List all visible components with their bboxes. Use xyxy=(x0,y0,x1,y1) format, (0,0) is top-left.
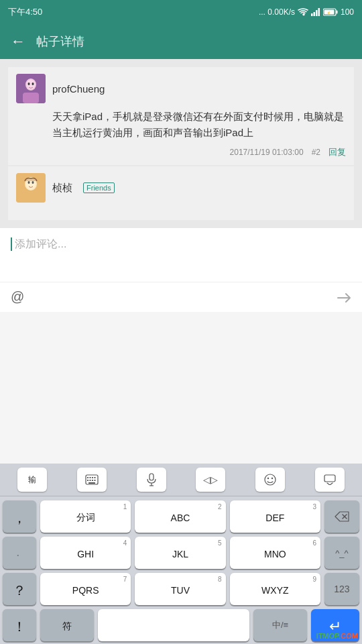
ime-cursor-btn[interactable]: ◁▷ xyxy=(196,468,225,492)
key-abc[interactable]: 2 ABC xyxy=(135,500,225,533)
app-header: ← 帖子详情 xyxy=(0,24,362,59)
battery-icon: ⚡ xyxy=(323,8,338,16)
ime-input-btn[interactable]: 输 xyxy=(17,468,47,492)
svg-rect-10 xyxy=(23,93,39,103)
at-button[interactable]: @ xyxy=(11,289,24,305)
post-item-2: 桢桢 Friends xyxy=(8,166,354,220)
ime-toolbar: 输 ◁▷ xyxy=(0,464,362,496)
key-row-1: ， 1 分词 2 ABC 3 DEF xyxy=(3,500,359,533)
svg-rect-0 xyxy=(311,13,313,16)
username-1: profChueng xyxy=(52,83,105,95)
key-period[interactable]: 。 xyxy=(3,537,36,569)
key-pqrs[interactable]: 7 PQRS xyxy=(40,573,131,605)
key-mno[interactable]: 6 MNO xyxy=(230,537,320,569)
key-space[interactable] xyxy=(98,609,249,641)
svg-rect-2 xyxy=(316,10,318,16)
network-speed: ... 0.00K/s xyxy=(259,7,295,17)
svg-rect-27 xyxy=(94,480,95,481)
svg-rect-22 xyxy=(92,477,93,478)
key-row-3: ？ 7 PQRS 8 TUV 9 WXYZ 123 xyxy=(3,573,359,605)
comment-input[interactable]: 添加评论... xyxy=(11,237,351,252)
comment-placeholder: 添加评论... xyxy=(15,237,66,252)
key-123[interactable]: 123 xyxy=(324,573,359,605)
key-wxyz[interactable]: 9 WXYZ xyxy=(230,573,320,605)
key-ghi[interactable]: 4 GHI xyxy=(40,537,131,569)
svg-point-13 xyxy=(32,83,34,85)
ime-keyboard-btn[interactable] xyxy=(77,468,107,492)
page-title: 帖子详情 xyxy=(36,34,84,50)
status-time: 下午4:50 xyxy=(8,6,42,18)
post-header-2: 桢桢 Friends xyxy=(16,173,346,203)
post-num-1: #2 xyxy=(312,148,320,157)
svg-point-33 xyxy=(267,478,269,479)
content-area: profChueng 天天拿iPad，手机就是登录微信还有在外面支付时候用，电脑… xyxy=(0,59,362,228)
ime-emoji-btn[interactable] xyxy=(255,468,285,492)
keyboard: 输 ◁▷ xyxy=(0,464,362,644)
svg-point-32 xyxy=(265,474,276,485)
key-jkl[interactable]: 5 JKL xyxy=(135,537,225,569)
svg-point-12 xyxy=(28,83,30,85)
wifi-icon xyxy=(298,8,308,16)
post-header-1: profChueng xyxy=(16,74,346,103)
post-datetime-1: 2017/11/19 01:03:00 xyxy=(230,148,304,157)
svg-rect-28 xyxy=(88,482,95,484)
key-def[interactable]: 3 DEF xyxy=(230,500,320,533)
svg-rect-21 xyxy=(89,477,90,478)
svg-text:⚡: ⚡ xyxy=(326,11,331,15)
key-comma[interactable]: ， xyxy=(3,500,36,533)
backspace-icon xyxy=(334,511,350,523)
svg-rect-20 xyxy=(87,477,88,478)
svg-rect-25 xyxy=(89,480,90,481)
status-right: ... 0.00K/s ⚡ 100 xyxy=(259,7,354,17)
svg-point-18 xyxy=(32,181,34,184)
svg-rect-1 xyxy=(313,12,315,16)
key-question[interactable]: ？ xyxy=(3,573,36,605)
svg-rect-3 xyxy=(318,8,320,16)
username-2: 桢桢 xyxy=(52,182,72,195)
svg-rect-29 xyxy=(149,474,154,480)
key-symbol[interactable]: 符 xyxy=(40,609,94,641)
battery-percent: 100 xyxy=(341,7,354,17)
key-tuv[interactable]: 8 TUV xyxy=(135,573,225,605)
post-footer-1: 2017/11/19 01:03:00 #2 回复 xyxy=(16,146,346,158)
svg-point-17 xyxy=(28,181,30,184)
back-button[interactable]: ← xyxy=(11,33,25,50)
avatar-2 xyxy=(16,173,46,203)
user-tag-2: Friends xyxy=(83,182,115,193)
key-backspace[interactable] xyxy=(324,500,359,533)
svg-rect-35 xyxy=(324,475,335,482)
svg-rect-26 xyxy=(92,480,93,481)
watermark-text2: COM xyxy=(341,632,358,640)
post-content-1: 天天拿iPad，手机就是登录微信还有在外面支付时候用，电脑就是当主机运行黄油用，… xyxy=(16,109,346,141)
watermark-text1: ITMOP. xyxy=(316,632,341,640)
key-fenxi[interactable]: 1 分词 xyxy=(40,500,131,533)
input-toolbar: @ xyxy=(0,282,362,312)
svg-point-34 xyxy=(272,478,273,479)
ime-collapse-btn[interactable] xyxy=(315,468,345,492)
svg-rect-24 xyxy=(87,480,88,481)
key-rows: ， 1 分词 2 ABC 3 DEF xyxy=(0,496,362,644)
comment-area[interactable]: 添加评论... xyxy=(0,228,362,282)
key-row-4: ！ 符 中/≡ ↵ xyxy=(3,609,359,641)
key-row-2: 。 4 GHI 5 JKL 6 MNO ^_^ xyxy=(3,537,359,569)
text-cursor xyxy=(11,237,12,251)
avatar-1 xyxy=(16,74,46,103)
watermark: ITMOP.COM xyxy=(316,632,358,640)
svg-rect-23 xyxy=(94,477,95,478)
key-exclaim[interactable]: ！ xyxy=(3,609,36,641)
reply-button-1[interactable]: 回复 xyxy=(328,146,346,158)
ime-mic-btn[interactable] xyxy=(137,468,166,492)
post-item-1: profChueng 天天拿iPad，手机就是登录微信还有在外面支付时候用，电脑… xyxy=(8,67,354,165)
signal-icon xyxy=(311,8,320,16)
send-button[interactable] xyxy=(337,289,351,305)
status-bar: 下午4:50 ... 0.00K/s ⚡ 100 xyxy=(0,0,362,24)
key-shift[interactable]: ^_^ xyxy=(324,537,359,569)
key-lang[interactable]: 中/≡ xyxy=(253,609,307,641)
svg-rect-6 xyxy=(336,11,337,14)
